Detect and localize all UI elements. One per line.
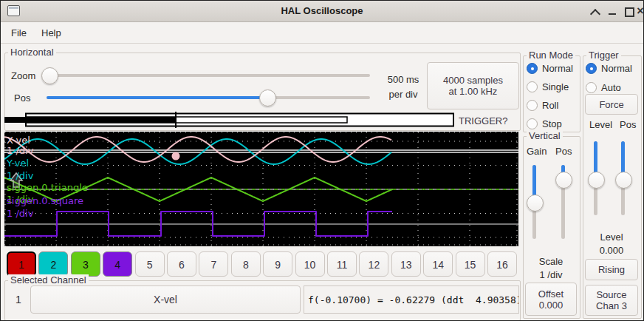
radio-roll[interactable]: Roll bbox=[527, 99, 578, 112]
zoom-slider-label: Zoom bbox=[11, 70, 35, 81]
scale-caption: Scale bbox=[523, 256, 579, 267]
trace-Y-vel bbox=[4, 139, 391, 164]
zoom-slider-track[interactable] bbox=[42, 74, 370, 77]
trigger-level-caption: Level bbox=[583, 232, 640, 243]
channel-button-13[interactable]: 13 bbox=[391, 251, 421, 277]
offset-button[interactable]: Offset 0.000 bbox=[525, 283, 577, 316]
channel-button-3[interactable]: 3 bbox=[71, 251, 100, 277]
scope-display[interactable]: X-vel1 /divY-vel1 /divsiggen.0.triangle1… bbox=[4, 132, 518, 246]
channel-value-readout: f(-0.10700) = -0.62279 (ddt 4.90358) bbox=[304, 285, 519, 314]
zoom-slider-handle[interactable] bbox=[41, 67, 58, 84]
record-rate: at 1.00 kHz bbox=[432, 86, 514, 97]
gain-slider-handle[interactable] bbox=[527, 195, 544, 212]
channel-button-15[interactable]: 15 bbox=[456, 251, 485, 277]
channel-button-5[interactable]: 5 bbox=[135, 251, 165, 277]
channel-button-4[interactable]: 4 bbox=[103, 251, 132, 277]
channel-button-8[interactable]: 8 bbox=[231, 251, 261, 277]
window-title: HAL Oscilloscope bbox=[1, 5, 643, 16]
radio-label: Normal bbox=[542, 63, 573, 74]
selected-channel-number: 1 bbox=[10, 294, 27, 305]
vpos-slider-label: Pos bbox=[555, 146, 572, 157]
scope-channel-label: 1 /div bbox=[7, 145, 34, 156]
trigger-level-value: 0.000 bbox=[583, 245, 640, 256]
scope-channel-label: Y-vel bbox=[6, 158, 29, 169]
radio-icon[interactable] bbox=[527, 81, 538, 92]
time-per-div-caption: per div bbox=[381, 89, 425, 100]
radio-icon[interactable] bbox=[527, 63, 538, 74]
scale-value: 1 /div bbox=[523, 269, 579, 280]
channel-button-12[interactable]: 12 bbox=[359, 251, 388, 277]
trace-X-vel bbox=[4, 137, 391, 162]
channel-button-11[interactable]: 11 bbox=[327, 251, 357, 277]
vertical-label: Vertical bbox=[527, 130, 563, 141]
horizontal-panel-label: Horizontal bbox=[8, 47, 56, 58]
scope-channel-label: 1 /div bbox=[7, 170, 34, 181]
chevron-up-icon bbox=[590, 9, 600, 19]
vpos-slider-handle[interactable] bbox=[555, 172, 572, 189]
menu-help[interactable]: Help bbox=[37, 26, 66, 40]
pos-slider-fill bbox=[47, 96, 261, 99]
trigger-question-label: TRIGGER? bbox=[459, 115, 507, 126]
displayed-portion-bar bbox=[4, 117, 176, 123]
pos-slider-label: Pos bbox=[14, 92, 30, 104]
channel-button-9[interactable]: 9 bbox=[263, 251, 292, 277]
trigger-label: Trigger bbox=[586, 50, 621, 61]
gain-slider-label: Gain bbox=[527, 146, 547, 157]
offset-value: 0.000 bbox=[530, 300, 572, 311]
close-button[interactable]: × bbox=[633, 4, 644, 18]
channel-button-2[interactable]: 2 bbox=[38, 251, 68, 277]
channel-button-row: 12345678910111213141516 bbox=[1, 251, 521, 277]
channel-source-button[interactable]: X-vel bbox=[30, 285, 301, 314]
record-settings-button[interactable]: 4000 samples at 1.00 kHz bbox=[427, 62, 519, 109]
radio-label: Normal bbox=[601, 63, 632, 74]
radio-icon[interactable] bbox=[527, 118, 538, 129]
record-samples: 4000 samples bbox=[432, 75, 514, 86]
channel-button-16[interactable]: 16 bbox=[487, 251, 517, 277]
radio-label: Roll bbox=[542, 100, 558, 111]
minimize-button[interactable] bbox=[605, 4, 620, 18]
shade-button[interactable] bbox=[587, 4, 602, 18]
radio-normal[interactable]: Normal bbox=[527, 62, 578, 75]
scope-channel-label: X-vel bbox=[7, 135, 30, 146]
trigger-source-button[interactable]: Source Chan 3 bbox=[585, 285, 638, 316]
trigger-edge-button[interactable]: Rising bbox=[585, 259, 638, 280]
trigger-point-marker bbox=[172, 152, 180, 160]
minimize-icon bbox=[609, 13, 616, 15]
selected-channel-label: Selected Channel bbox=[8, 274, 89, 285]
scope-channel-label: siggen.0.triangle bbox=[7, 182, 88, 193]
channel-button-6[interactable]: 6 bbox=[167, 251, 196, 277]
channel-button-1[interactable]: 1 bbox=[7, 251, 36, 277]
pos-slider-handle[interactable] bbox=[259, 89, 276, 107]
scope-channel-label: siggen.0.square bbox=[7, 195, 83, 206]
trigger-level-slider-handle[interactable] bbox=[588, 172, 605, 189]
radio-auto[interactable]: Auto bbox=[586, 81, 637, 95]
radio-icon[interactable] bbox=[527, 100, 538, 111]
time-per-div-value: 500 ms bbox=[381, 74, 425, 85]
trigger-level-col-label: Level bbox=[589, 119, 612, 130]
radio-icon[interactable] bbox=[586, 82, 597, 93]
trigger-source-caption: Source bbox=[590, 289, 633, 300]
menu-bar: File Help bbox=[1, 22, 643, 44]
trigger-pos-slider-handle[interactable] bbox=[615, 172, 632, 189]
channel-button-14[interactable]: 14 bbox=[423, 251, 453, 277]
trigger-pos-col-label: Pos bbox=[620, 119, 636, 130]
title-bar: HAL Oscilloscope × bbox=[1, 1, 643, 22]
hal-oscilloscope-window: HAL Oscilloscope × File Help Horizontal … bbox=[0, 0, 644, 321]
radio-stop[interactable]: Stop bbox=[527, 118, 578, 131]
record-position-indicator bbox=[4, 110, 459, 129]
radio-single[interactable]: Single bbox=[527, 81, 578, 94]
offset-caption: Offset bbox=[530, 288, 572, 300]
radio-icon[interactable] bbox=[586, 63, 597, 74]
channel-button-7[interactable]: 7 bbox=[199, 251, 228, 277]
radio-label: Auto bbox=[601, 82, 621, 93]
trigger-source-value: Chan 3 bbox=[590, 300, 633, 311]
radio-label: Stop bbox=[542, 118, 562, 129]
channel-button-10[interactable]: 10 bbox=[295, 251, 325, 277]
menu-file[interactable]: File bbox=[7, 26, 31, 40]
radio-normal[interactable]: Normal bbox=[586, 62, 637, 75]
trigger-force-button[interactable]: Force bbox=[585, 94, 638, 115]
run-mode-label: Run Mode bbox=[527, 50, 575, 61]
radio-label: Single bbox=[542, 81, 569, 92]
scope-channel-label: 1 /div bbox=[7, 208, 34, 219]
